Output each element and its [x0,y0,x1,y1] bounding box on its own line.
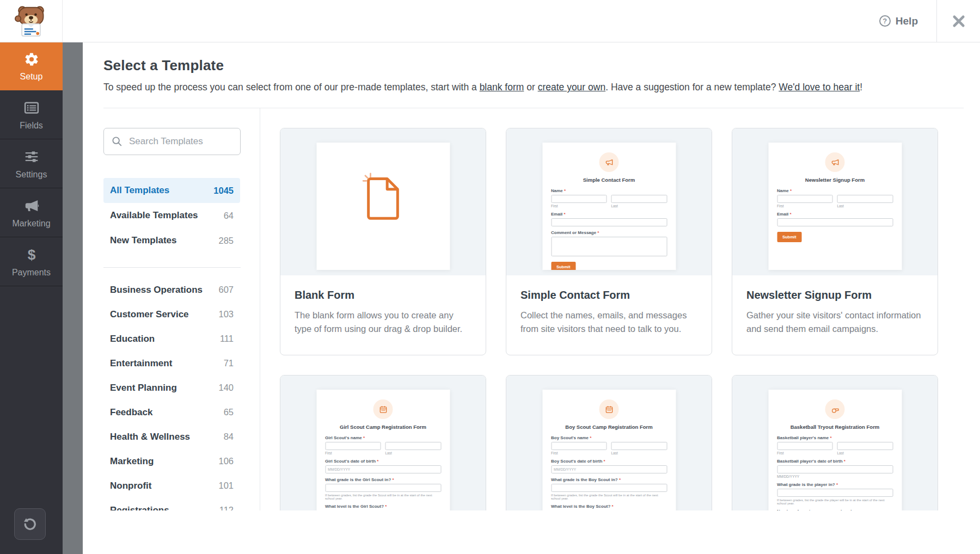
builder-header: ? Help [0,0,980,42]
template-card-newsletter-signup-form[interactable]: Newsletter Signup Form Name *FirstLastEm… [732,128,938,355]
blank-form-link[interactable]: blank form [480,82,524,93]
preview-sublabel: Last [611,451,667,455]
close-icon [952,14,966,28]
category-count: 84 [224,432,234,442]
template-preview-sheet: Basketball Tryout Registration Form Bask… [768,390,902,510]
sidebar-item-fields[interactable]: Fields [0,90,63,139]
preview-sublabel: Last [837,204,893,208]
sidebar-item-marketing[interactable]: Marketing [0,188,63,237]
category-label: Customer Service [110,309,189,320]
search-templates-input[interactable] [103,128,241,155]
panel-strip [63,42,83,554]
category-label: Marketing [110,456,154,467]
preview-input [837,442,893,450]
preview-input [385,442,442,450]
preview-sublabel: First [551,451,607,455]
category-label: Registrations [110,505,169,511]
template-card-blank-form[interactable]: Blank Form The blank form allows you to … [280,128,486,355]
template-description: Collect the names, emails, and messages … [520,309,697,336]
sidebar-item-label: Settings [16,170,47,180]
preview-input [777,442,833,450]
preview-field-label: What level is the Girl Scout? * [325,504,441,509]
category-feedback[interactable]: Feedback 65 [103,400,240,424]
create-your-own-link[interactable]: create your own [538,82,606,93]
category-registrations[interactable]: Registrations 112 [103,498,240,510]
sidebar-item-payments[interactable]: $ Payments [0,237,63,286]
preview-input [551,484,667,492]
history-icon [22,516,38,532]
template-preview-sheet: Girl Scout Camp Registration Form Girl S… [316,390,450,510]
category-count: 103 [218,309,234,319]
sidebar-item-settings[interactable]: Settings [0,139,63,188]
category-marketing[interactable]: Marketing 106 [103,449,240,473]
category-event-planning[interactable]: Event Planning 140 [103,376,240,400]
preview-name-row: FirstLast [777,195,893,208]
template-card-basketball-tryout-registration-form[interactable]: Basketball Tryout Registration Form Bask… [732,375,938,510]
required-asterisk: * [363,435,365,440]
help-icon: ? [879,15,891,27]
help-button[interactable]: ? Help [861,0,936,42]
filter-count: 285 [218,236,234,246]
category-label: Entertainment [110,358,172,369]
template-card-girl-scout-camp-registration-form[interactable]: Girl Scout Camp Registration Form Girl S… [280,375,486,510]
preview-sublabel: First [777,204,833,208]
sidebar-item-label: Marketing [12,219,50,229]
preview-helper-text: If between grades, list the grade the Sc… [551,494,667,500]
preview-form-title: Basketball Tryout Registration Form [777,424,893,430]
preview-field-label: Boy Scout's date of birth * [551,459,667,464]
category-customer-service[interactable]: Customer Service 103 [103,302,240,327]
template-preview: Simple Contact Form Name *FirstLastEmail… [506,128,712,275]
preview-field-label: What level is the Boy Scout? * [551,504,667,509]
template-preview-sheet: Newsletter Signup Form Name *FirstLastEm… [768,143,902,270]
filter-all-templates[interactable]: All Templates 1045 [103,178,240,203]
preview-form-title: Newsletter Signup Form [777,177,893,183]
history-button[interactable] [14,508,46,540]
preview-helper-text: If between grades, list the grade the Sc… [325,494,441,500]
filter-new-templates[interactable]: New Templates 285 [103,228,240,253]
preview-name-row: FirstLast [777,442,893,455]
header-spacer [63,0,861,42]
category-label: Nonprofit [110,481,151,491]
category-business-operations[interactable]: Business Operations 607 [103,278,240,302]
filter-label: Available Templates [110,210,198,221]
preview-field-label: Name * [777,188,893,193]
template-card-simple-contact-form[interactable]: Simple Contact Form Name *FirstLastEmail… [506,128,712,355]
calendar-badge-icon [599,399,619,419]
page-title: Select a Template [103,57,980,74]
category-label: Health & Wellness [110,432,190,442]
template-title: Simple Contact Form [520,289,697,301]
category-label: Feedback [110,407,152,418]
preview-name-row: FirstLast [551,195,667,208]
preview-input [551,442,607,450]
wpforms-logo [0,0,63,42]
category-nonprofit[interactable]: Nonprofit 101 [103,473,240,498]
preview-input: MM/DD/YYYY [325,465,441,473]
megaphone-icon [23,198,40,214]
preview-input [837,195,893,203]
category-education[interactable]: Education 111 [103,327,240,351]
required-asterisk: * [564,212,566,217]
preview-field-label: Boy Scout's name * [551,435,667,440]
sidebar-item-setup[interactable]: Setup [0,42,63,90]
category-count: 106 [218,456,234,466]
required-asterisk: * [836,482,838,487]
preview-name-row: FirstLast [325,442,441,455]
required-asterisk: * [844,459,846,464]
search-box [103,128,241,155]
category-entertainment[interactable]: Entertainment 71 [103,351,240,376]
required-asterisk: * [619,477,621,482]
preview-field-label: Basketball player's date of birth * [777,459,893,464]
template-info: Blank Form The blank form allows you to … [280,275,486,336]
intro-part: ! [860,82,862,93]
preview-sublabel: First [777,451,833,455]
preview-input [551,218,667,226]
sidebar-item-label: Fields [20,121,43,131]
template-card-boy-scout-camp-registration-form[interactable]: Boy Scout Camp Registration Form Boy Sco… [506,375,712,510]
category-health-wellness[interactable]: Health & Wellness 84 [103,424,240,449]
filter-label: New Templates [110,235,177,246]
suggest-template-link[interactable]: We'd love to hear it [779,82,860,93]
close-button[interactable] [936,0,980,42]
filter-available-templates[interactable]: Available Templates 64 [103,203,240,228]
calendar-badge-icon [373,399,393,419]
required-asterisk: * [830,435,832,440]
